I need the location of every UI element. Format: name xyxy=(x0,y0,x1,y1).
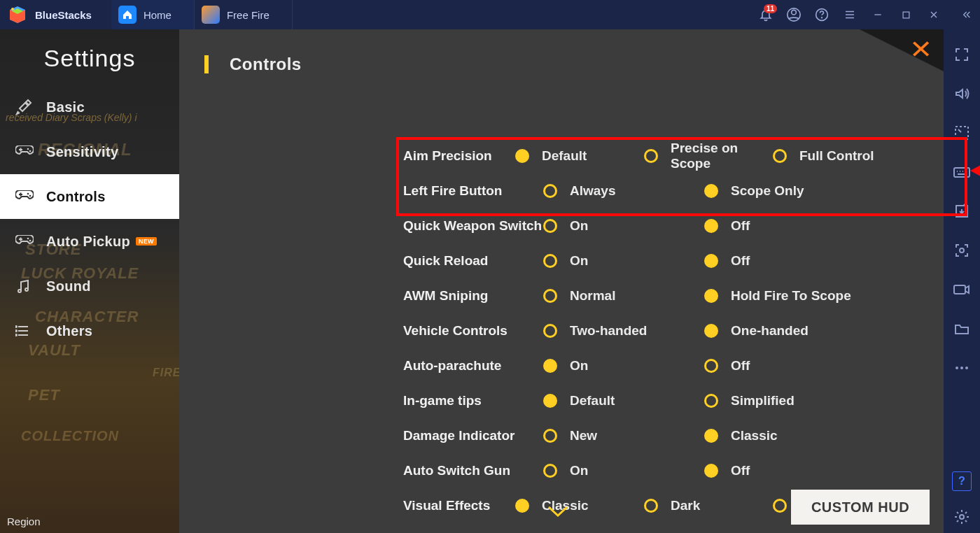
fullscreen-icon[interactable] xyxy=(944,35,980,74)
setting-option[interactable]: Off xyxy=(704,358,865,374)
setting-option[interactable]: Default xyxy=(515,148,644,164)
sidebar-item-basic[interactable]: Basic xyxy=(0,85,179,129)
radio-icon xyxy=(773,499,787,513)
scroll-down-icon[interactable] xyxy=(546,501,570,523)
radio-icon xyxy=(704,324,718,338)
setting-option[interactable]: Default xyxy=(543,393,704,408)
sidebar-item-autopickup[interactable]: Auto PickupNEW xyxy=(0,219,179,264)
svg-point-23 xyxy=(955,367,958,369)
svg-point-7 xyxy=(29,150,31,152)
setting-row: Vehicle ControlsTwo-handedOne-handed xyxy=(403,313,902,348)
region-label[interactable]: Region xyxy=(7,516,41,527)
svg-point-25 xyxy=(965,367,968,369)
setting-label: Quick Weapon Switch xyxy=(403,218,543,234)
option-label: Default xyxy=(570,393,615,408)
radio-icon xyxy=(543,184,557,198)
maximize-icon[interactable] xyxy=(892,0,920,29)
radio-icon xyxy=(543,359,557,373)
setting-option[interactable]: Two-handed xyxy=(543,323,704,339)
freefire-icon xyxy=(202,6,220,24)
radio-icon xyxy=(704,289,718,303)
bell-icon[interactable]: 11 xyxy=(752,0,780,29)
svg-rect-22 xyxy=(954,285,965,294)
svg-point-21 xyxy=(960,248,964,253)
sidebar-item-label: Sensitivity xyxy=(46,144,118,160)
setting-option[interactable]: Always xyxy=(543,183,704,199)
volume-icon[interactable] xyxy=(944,74,980,113)
option-label: Scope Only xyxy=(731,183,804,199)
record-icon[interactable] xyxy=(944,270,980,309)
minimize-icon[interactable] xyxy=(864,0,892,29)
radio-icon xyxy=(773,149,787,163)
setting-option[interactable]: Full Control xyxy=(773,148,902,164)
setting-label: Auto Switch Gun xyxy=(403,463,543,478)
sidebar-item-label: Basic xyxy=(46,99,85,115)
help-icon[interactable] xyxy=(808,0,836,29)
setting-option[interactable]: Off xyxy=(704,463,865,478)
panel-title: Controls xyxy=(230,55,302,74)
setting-option[interactable]: On xyxy=(543,253,704,269)
collapse-icon[interactable] xyxy=(952,0,980,29)
setting-label: AWM Sniping xyxy=(403,288,543,304)
svg-point-12 xyxy=(18,290,21,292)
svg-point-13 xyxy=(25,288,28,291)
sidebar-item-label: Others xyxy=(46,323,92,339)
option-label: Hold Fire To Scope xyxy=(731,288,851,304)
setting-option[interactable]: Simplified xyxy=(704,393,865,408)
help-box-icon[interactable]: ? xyxy=(952,471,972,491)
setting-option[interactable]: Classic xyxy=(704,428,865,443)
svg-point-14 xyxy=(15,326,17,327)
setting-option[interactable]: On xyxy=(543,358,704,374)
svg-rect-18 xyxy=(955,127,968,139)
radio-icon xyxy=(543,254,557,268)
home-icon xyxy=(118,6,136,24)
setting-option[interactable]: Precise on Scope xyxy=(644,141,773,171)
setting-label: Visual Effects xyxy=(403,498,515,513)
tab-home[interactable]: Home xyxy=(111,0,195,29)
setting-option[interactable]: Hold Fire To Scope xyxy=(704,288,865,304)
titlebar: BlueStacks Home Free Fire 11 xyxy=(0,0,980,29)
svg-rect-5 xyxy=(903,12,909,18)
custom-hud-button[interactable]: CUSTOM HUD xyxy=(791,490,930,525)
hamburger-icon[interactable] xyxy=(836,0,864,29)
option-label: Always xyxy=(570,183,615,199)
sidebar-item-sensitivity[interactable]: Sensitivity xyxy=(0,129,179,174)
radio-icon xyxy=(543,219,557,233)
setting-option[interactable]: Scope Only xyxy=(704,183,865,199)
radio-icon xyxy=(644,499,658,513)
close-window-icon[interactable] xyxy=(920,0,948,29)
tab-freefire[interactable]: Free Fire xyxy=(195,0,293,29)
setting-option[interactable]: Off xyxy=(704,253,865,269)
sidebar-item-controls[interactable]: Controls xyxy=(0,174,179,219)
close-icon: ✕ xyxy=(909,35,932,64)
sidebar-item-others[interactable]: Others xyxy=(0,308,179,353)
svg-point-9 xyxy=(29,195,31,197)
setting-option[interactable]: New xyxy=(543,428,704,443)
setting-option[interactable]: Off xyxy=(704,218,865,234)
close-settings-button[interactable]: ✕ xyxy=(860,29,944,71)
setting-row: Left Fire ButtonAlwaysScope Only xyxy=(403,173,902,208)
folder-icon[interactable] xyxy=(944,309,980,348)
screenshot-icon[interactable] xyxy=(944,231,980,270)
option-label: Dark xyxy=(671,498,700,513)
option-label: Simplified xyxy=(731,393,794,408)
radio-icon xyxy=(704,394,718,408)
account-icon[interactable] xyxy=(780,0,808,29)
sidebar-item-sound[interactable]: Sound xyxy=(0,264,179,308)
svg-point-26 xyxy=(960,515,964,519)
setting-row: Quick Weapon SwitchOnOff xyxy=(403,208,902,243)
radio-icon xyxy=(704,184,718,198)
radio-icon xyxy=(704,464,718,478)
setting-option[interactable]: Dark xyxy=(644,498,773,513)
setting-option[interactable]: Normal xyxy=(543,288,704,304)
setting-option[interactable]: One-handed xyxy=(704,323,865,339)
radio-icon xyxy=(704,254,718,268)
svg-point-1 xyxy=(792,10,797,15)
setting-option[interactable]: On xyxy=(543,463,704,478)
more-icon[interactable] xyxy=(944,348,980,388)
gear-icon[interactable] xyxy=(944,501,980,533)
setting-option[interactable]: On xyxy=(543,218,704,234)
setting-label: Auto-parachute xyxy=(403,358,543,374)
setting-label: Damage Indicator xyxy=(403,428,543,443)
setting-option[interactable]: Classic xyxy=(515,498,644,513)
